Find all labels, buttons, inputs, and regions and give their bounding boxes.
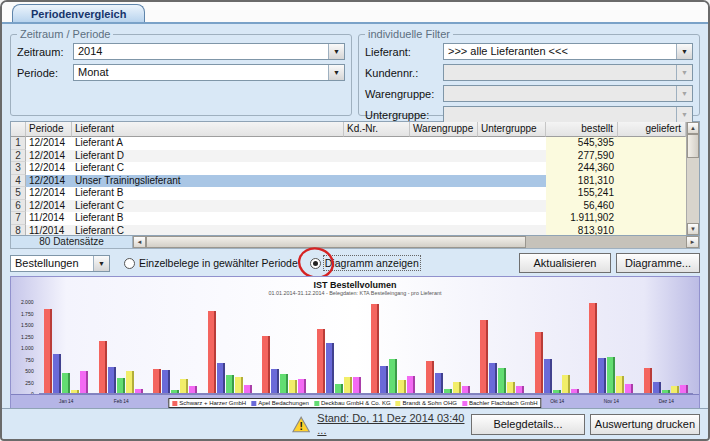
- cell: 1.911,902: [546, 212, 618, 225]
- bar: [162, 370, 170, 393]
- bar: [462, 386, 470, 393]
- cell: 181,310: [546, 175, 618, 188]
- cell: [344, 175, 410, 188]
- table-row[interactable]: 412/2014Unser Trainingslieferant181,310: [11, 175, 686, 188]
- radio-button-selected-icon[interactable]: [310, 258, 321, 269]
- bar: [217, 363, 225, 393]
- bar: [71, 390, 79, 393]
- table-header: PeriodeLieferantKd.-Nr.WarengruppeUnterg…: [11, 122, 686, 137]
- period-panel-combo[interactable]: Monat▼: [73, 64, 345, 81]
- table-row[interactable]: 811/2014Lieferant C813,910: [11, 225, 686, 236]
- legend-item: Schwarz + Harzer GmbH: [172, 400, 246, 406]
- radio-einzelbelege-label: Einzelbelege in gewählter Periode: [139, 257, 298, 269]
- scroll-left-icon[interactable]: ◄: [133, 236, 146, 248]
- table-row[interactable]: 711/2014Lieferant B1.911,902: [11, 212, 686, 225]
- cell: [344, 137, 410, 150]
- bar-group: [312, 302, 367, 393]
- cell: [344, 150, 410, 163]
- belegdetails-button[interactable]: Belegdetails...: [471, 414, 585, 435]
- bar: [371, 304, 379, 393]
- filter-panel-field-label: Lieferant:: [365, 46, 443, 58]
- bar: [444, 389, 452, 393]
- stand-link[interactable]: Stand: Do, 11 Dez 2014 03:40 ...: [317, 412, 471, 436]
- cell: 12/2014: [26, 150, 72, 163]
- combo-value: 2014: [74, 44, 328, 59]
- cell: [410, 212, 478, 225]
- table-row[interactable]: 312/2014Lieferant C244,360: [11, 162, 686, 175]
- cell: 12/2014: [26, 162, 72, 175]
- cell: [618, 150, 686, 163]
- filter-row: Lieferant:>>> alle Lieferanten <<<▼: [365, 43, 693, 60]
- cell: 2: [11, 150, 26, 163]
- radio-button-icon[interactable]: [124, 258, 135, 269]
- chevron-down-icon[interactable]: ▼: [676, 44, 692, 59]
- table-row[interactable]: 512/2014Lieferant B155,241: [11, 187, 686, 200]
- cell: [410, 162, 478, 175]
- radio-diagramm[interactable]: Diagramm anzeigen: [310, 257, 419, 269]
- filter-panel-combo[interactable]: >>> alle Lieferanten <<<▼: [443, 43, 693, 60]
- table-row[interactable]: 212/2014Lieferant D277,590: [11, 150, 686, 163]
- chevron-down-icon[interactable]: ▼: [93, 256, 109, 271]
- column-header[interactable]: geliefert: [618, 122, 686, 137]
- bar-group: [39, 302, 94, 393]
- aktualisieren-button[interactable]: Aktualisieren: [519, 253, 611, 273]
- column-header[interactable]: Lieferant: [72, 122, 344, 137]
- combo-value: >>> alle Lieferanten <<<: [444, 44, 676, 59]
- scroll-down-icon[interactable]: ▼: [687, 223, 699, 235]
- bar: [235, 377, 243, 393]
- radio-einzelbelege[interactable]: Einzelbelege in gewählter Periode: [124, 257, 298, 269]
- column-header[interactable]: Warengruppe: [410, 122, 478, 137]
- svg-text:!: !: [299, 420, 302, 431]
- bar: [271, 369, 279, 393]
- table-row[interactable]: 112/2014Lieferant A545,395: [11, 137, 686, 150]
- column-header[interactable]: Untergruppe: [478, 122, 546, 137]
- tab-periodenvergleich[interactable]: Periodenvergleich: [12, 4, 145, 22]
- column-header[interactable]: Kd.-Nr.: [344, 122, 410, 137]
- chevron-down-icon[interactable]: ▼: [328, 44, 344, 59]
- tab-bar: Periodenvergleich: [2, 2, 708, 24]
- mode-select[interactable]: Bestellungen ▼: [10, 255, 110, 272]
- cell: [478, 150, 546, 163]
- combo-value: Monat: [74, 65, 328, 80]
- bar: [680, 385, 688, 393]
- y-tick-label: 1.250: [21, 334, 34, 339]
- bar: [498, 368, 506, 393]
- cell: [618, 175, 686, 188]
- bar: [117, 378, 125, 393]
- column-header[interactable]: [11, 122, 26, 137]
- bar: [398, 380, 406, 393]
- bar-group: [421, 302, 476, 393]
- cell: 8: [11, 225, 26, 236]
- table-row[interactable]: 612/2014Lieferant C56,460: [11, 200, 686, 213]
- hscroll-thumb[interactable]: [146, 236, 526, 248]
- cell: 155,241: [546, 187, 618, 200]
- column-header[interactable]: Periode: [26, 122, 72, 137]
- cell: [410, 200, 478, 213]
- filter-panel-rows: Lieferant:>>> alle Lieferanten <<<▼Kunde…: [365, 43, 693, 123]
- bar-group: [203, 302, 258, 393]
- bar-group: [366, 302, 421, 393]
- auswertung-drucken-button[interactable]: Auswertung drucken: [590, 414, 700, 435]
- scroll-up-icon[interactable]: ▲: [687, 122, 699, 134]
- legend-swatch: [462, 401, 467, 406]
- bar: [280, 374, 288, 393]
- y-tick-label: 500: [26, 368, 34, 373]
- column-header[interactable]: bestellt: [546, 122, 618, 137]
- bar: [653, 382, 661, 393]
- combo-value: [444, 86, 676, 101]
- chevron-down-icon[interactable]: ▼: [328, 65, 344, 80]
- data-table: PeriodeLieferantKd.-Nr.WarengruppeUnterg…: [10, 121, 700, 236]
- scroll-right-icon[interactable]: ►: [686, 236, 699, 248]
- scroll-thumb[interactable]: [687, 134, 699, 158]
- vertical-scrollbar[interactable]: ▲ ▼: [686, 122, 699, 235]
- chevron-down-icon: ▼: [676, 65, 692, 80]
- period-panel-combo[interactable]: 2014▼: [73, 43, 345, 60]
- bar-chart: IST Bestellvolumen 01.01.2014-31.12.2014…: [10, 276, 700, 410]
- filter-panel-field-label: Warengruppe:: [365, 88, 443, 100]
- bar: [135, 389, 143, 393]
- cell: [410, 137, 478, 150]
- cell: Lieferant C: [72, 225, 344, 236]
- record-count: 80 Datensätze: [11, 236, 133, 248]
- diagramme-button[interactable]: Diagramme...: [616, 253, 700, 273]
- cell: Lieferant D: [72, 150, 344, 163]
